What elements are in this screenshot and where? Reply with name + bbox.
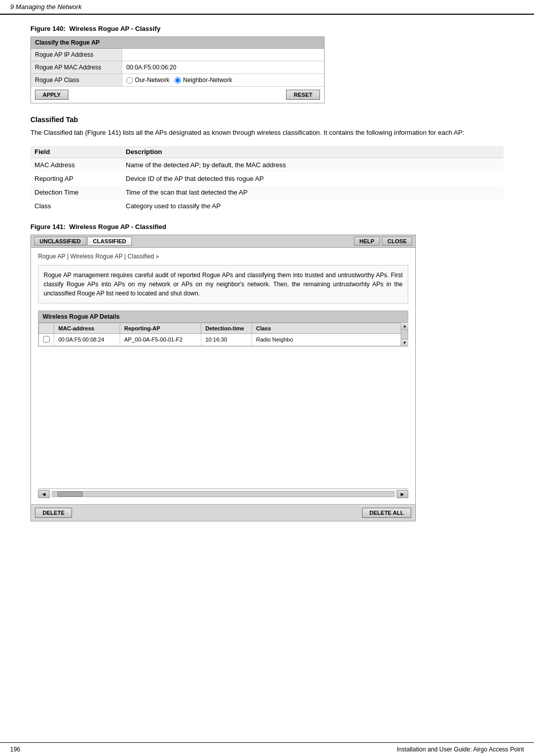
- footer-page-number: 196: [10, 746, 20, 753]
- classify-row-class: Rogue AP Class Our-Network Neighbor-Netw…: [31, 74, 324, 87]
- radio-our-network-input[interactable]: [126, 77, 133, 84]
- desc-detection-time: Time of the scan that last detected the …: [122, 185, 504, 199]
- classify-row-ip-value: [122, 49, 324, 61]
- ap-table-wrapper: MAC-address Reporting-AP Detection-time …: [38, 322, 408, 347]
- classify-table: Classify the Rogue AP Rogue AP IP Addres…: [30, 36, 325, 103]
- field-reporting-ap: Reporting AP: [30, 172, 122, 185]
- tab-classified[interactable]: CLASSIFIED: [87, 237, 131, 246]
- classify-row-mac: Rogue AP MAC Address 00:0A:F5:00:06:20: [31, 61, 324, 74]
- info-box: Rogue AP management requires careful aud…: [38, 265, 408, 304]
- table-row: MAC Address Name of the detected AP; by …: [30, 158, 504, 172]
- classify-row-class-label: Rogue AP Class: [31, 74, 122, 86]
- classify-row-class-value: Our-Network Neighbor-Network: [122, 74, 324, 86]
- th-detection-time: Detection-time: [201, 323, 252, 333]
- col-description-header: Description: [122, 146, 504, 158]
- titlebar-tabs: UNCLASSIFIED CLASSIFIED: [34, 237, 132, 246]
- page-footer: 196 Installation and User Guide: Airgo A…: [0, 742, 534, 756]
- details-section-label: Wireless Rogue AP Details: [38, 311, 408, 322]
- scroll-track: [401, 330, 408, 339]
- th-class: Class: [252, 323, 408, 333]
- classify-row-ip: Rogue AP IP Address: [31, 49, 324, 61]
- field-description-table: Field Description MAC Address Name of th…: [30, 146, 504, 213]
- table-row: Reporting AP Device ID of the AP that de…: [30, 172, 504, 185]
- row-checkbox[interactable]: [43, 336, 50, 343]
- tab-unclassified[interactable]: UNCLASSIFIED: [34, 237, 86, 246]
- th-reporting-ap: Reporting-AP: [120, 323, 201, 333]
- figure140-label: Figure 140: Wireless Rogue AP - Classify: [30, 25, 504, 32]
- row-mac: 00:0A:F5:00:08:24: [54, 333, 120, 346]
- radio-neighbor-network[interactable]: Neighbor-Network: [174, 77, 232, 84]
- classify-buttons-row: APPLY RESET: [31, 87, 324, 103]
- row-checkbox-cell: [39, 333, 54, 346]
- window-body: Rogue AP | Wireless Rogue AP | Classifie…: [31, 248, 415, 504]
- ap-details-table: MAC-address Reporting-AP Detection-time …: [39, 323, 408, 346]
- radio-our-network-label: Our-Network: [135, 77, 169, 84]
- th-mac-address: MAC-address: [54, 323, 120, 333]
- help-button[interactable]: HELP: [354, 237, 380, 246]
- empty-data-area: [38, 347, 408, 488]
- close-button[interactable]: CLOSE: [382, 237, 412, 246]
- scroll-up-arrow[interactable]: ▲: [401, 323, 408, 330]
- delete-all-button[interactable]: DELETE ALL: [362, 508, 411, 518]
- row-reporting-ap: AP_00-0A-F5-00-01-F2: [120, 333, 201, 346]
- horizontal-scroll-thumb: [57, 492, 83, 497]
- apply-button[interactable]: APPLY: [35, 90, 68, 100]
- section-text: The Classified tab (Figure 141) lists al…: [30, 128, 504, 138]
- table-row: Detection Time Time of the scan that las…: [30, 185, 504, 199]
- reset-button[interactable]: RESET: [286, 90, 320, 100]
- scroll-down-arrow[interactable]: ▼: [401, 339, 408, 346]
- apply-button-wrapper: APPLY: [35, 90, 68, 100]
- horizontal-scroll-area: ◄ ►: [38, 488, 408, 499]
- field-class: Class: [30, 199, 122, 213]
- bottom-buttons: DELETE DELETE ALL: [31, 504, 415, 521]
- figure141-label: Figure 141: Wireless Rogue AP - Classifi…: [30, 223, 504, 231]
- page-content: Figure 140: Wireless Rogue AP - Classify…: [0, 15, 534, 564]
- vertical-scrollbar[interactable]: ▲ ▼: [401, 323, 408, 346]
- table-header-row: MAC-address Reporting-AP Detection-time …: [39, 323, 408, 333]
- classify-row-mac-value: 00:0A:F5:00:06:20: [122, 61, 324, 73]
- classified-window: UNCLASSIFIED CLASSIFIED HELP CLOSE Rogue…: [30, 235, 416, 521]
- th-checkbox: [39, 323, 54, 333]
- scroll-left-button[interactable]: ◄: [38, 490, 50, 498]
- horizontal-scroll-track: [52, 491, 395, 497]
- window-titlebar: UNCLASSIFIED CLASSIFIED HELP CLOSE: [31, 235, 415, 248]
- table-row: Class Category used to classify the AP: [30, 199, 504, 213]
- radio-neighbor-network-label: Neighbor-Network: [183, 77, 232, 84]
- section-heading: Classified Tab: [30, 116, 504, 124]
- desc-reporting-ap: Device ID of the AP that detected this r…: [122, 172, 504, 185]
- classify-row-mac-label: Rogue AP MAC Address: [31, 61, 122, 73]
- classify-row-ip-label: Rogue AP IP Address: [31, 49, 122, 61]
- breadcrumb: Rogue AP | Wireless Rogue AP | Classifie…: [38, 253, 408, 260]
- desc-mac-address: Name of the detected AP; by default, the…: [122, 158, 504, 172]
- chapter-title: 9 Managing the Network: [10, 3, 82, 11]
- radio-our-network[interactable]: Our-Network: [126, 77, 169, 84]
- field-mac-address: MAC Address: [30, 158, 122, 172]
- col-field-header: Field: [30, 146, 122, 158]
- classify-table-header: Classify the Rogue AP: [31, 37, 324, 49]
- footer-doc-title: Installation and User Guide: Airgo Acces…: [397, 746, 524, 753]
- row-class: Radio Neighbo: [252, 333, 408, 346]
- radio-neighbor-network-input[interactable]: [174, 77, 181, 84]
- row-detection-time: 10:16:30: [201, 333, 252, 346]
- page-header: 9 Managing the Network: [0, 0, 534, 15]
- desc-class: Category used to classify the AP: [122, 199, 504, 213]
- reset-button-wrapper: RESET: [286, 90, 320, 100]
- delete-button[interactable]: DELETE: [35, 508, 72, 518]
- field-detection-time: Detection Time: [30, 185, 122, 199]
- scroll-right-button[interactable]: ►: [397, 490, 408, 498]
- titlebar-actions: HELP CLOSE: [354, 237, 412, 246]
- table-row: 00:0A:F5:00:08:24 AP_00-0A-F5-00-01-F2 1…: [39, 333, 408, 346]
